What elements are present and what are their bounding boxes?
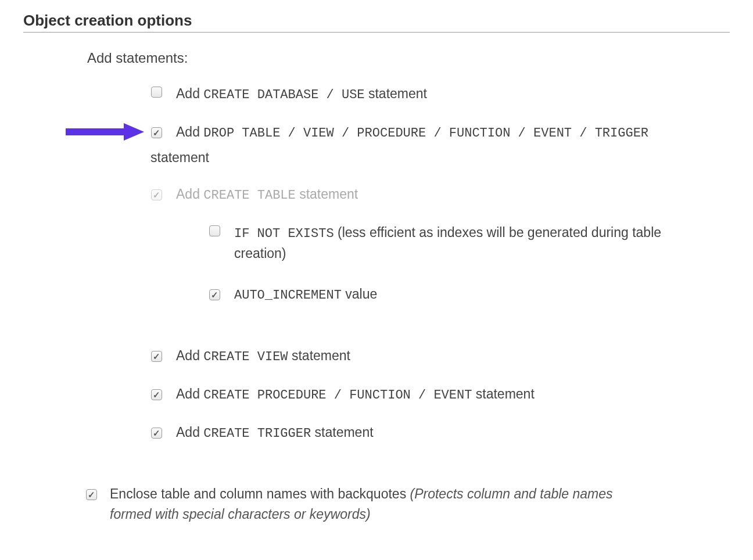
label-create-table: Add CREATE TABLE statement <box>176 184 358 205</box>
option-auto-increment: AUTO_INCREMENT value <box>23 284 730 305</box>
add-statements-heading: Add statements: <box>87 50 730 66</box>
checkbox-enclose-backquotes[interactable] <box>86 489 97 500</box>
label-create-view: Add CREATE VIEW statement <box>176 346 350 367</box>
arrow-right-icon <box>66 122 144 142</box>
svg-marker-1 <box>124 123 144 141</box>
label-enclose-backquotes: Enclose table and column names with back… <box>110 484 644 524</box>
option-create-view: Add CREATE VIEW statement <box>23 346 730 367</box>
checkbox-create-procedure[interactable] <box>151 389 162 400</box>
option-enclose-backquotes: Enclose table and column names with back… <box>23 484 730 524</box>
section-title: Object creation options <box>23 12 730 33</box>
label-auto-increment: AUTO_INCREMENT value <box>234 284 377 305</box>
option-create-database: Add CREATE DATABASE / USE statement <box>23 84 730 105</box>
option-create-procedure: Add CREATE PROCEDURE / FUNCTION / EVENT … <box>23 384 730 405</box>
checkbox-auto-increment[interactable] <box>209 289 220 300</box>
option-create-table: Add CREATE TABLE statement <box>23 184 730 205</box>
option-create-trigger: Add CREATE TRIGGER statement <box>23 422 730 443</box>
option-if-not-exists: IF NOT EXISTS (less efficient as indexes… <box>23 222 730 264</box>
label-create-database: Add CREATE DATABASE / USE statement <box>176 84 427 105</box>
checkbox-create-view[interactable] <box>151 351 162 362</box>
checkbox-if-not-exists[interactable] <box>209 225 220 236</box>
checkbox-create-database[interactable] <box>151 87 162 98</box>
checkbox-create-trigger[interactable] <box>151 428 162 439</box>
checkbox-create-table <box>151 189 162 200</box>
label-create-procedure: Add CREATE PROCEDURE / FUNCTION / EVENT … <box>176 384 535 405</box>
checkbox-drop-table[interactable] <box>151 127 162 138</box>
label-if-not-exists: IF NOT EXISTS (less efficient as indexes… <box>234 222 699 264</box>
label-drop-table: Add DROP TABLE / VIEW / PROCEDURE / FUNC… <box>176 122 648 168</box>
label-create-trigger: Add CREATE TRIGGER statement <box>176 422 374 443</box>
option-drop-table: Add DROP TABLE / VIEW / PROCEDURE / FUNC… <box>23 122 730 168</box>
